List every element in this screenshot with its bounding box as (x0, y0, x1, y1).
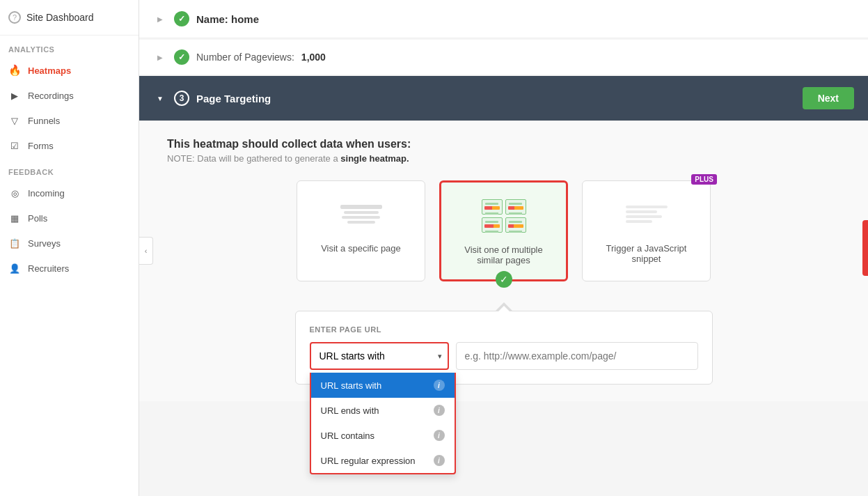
pageviews-toggle[interactable]: ▶ (153, 50, 167, 64)
card-multiple-pages[interactable]: Visit one of multiple similar pages ✓ (439, 180, 568, 281)
targeting-section: ▼ 3 Page Targeting Next This heatmap sho… (139, 76, 868, 401)
sidebar-item-label: Heatmaps (28, 65, 71, 76)
info-icon-ends[interactable]: i (434, 405, 445, 416)
sidebar-item-label: Funnels (28, 116, 60, 126)
url-section: ENTER PAGE URL URL starts with URL ends … (295, 311, 713, 385)
sidebar-item-label: Recruiters (28, 263, 69, 274)
pageviews-row: ▶ ✓ Number of Pageviews: 1,000 (139, 40, 868, 75)
video-icon: ▶ (8, 89, 21, 102)
targeting-title: Page Targeting (196, 93, 796, 104)
info-icon-regex[interactable]: i (434, 455, 445, 466)
pageviews-section: ▶ ✓ Number of Pageviews: 1,000 (139, 40, 868, 75)
surveys-icon: 📋 (8, 237, 21, 249)
fire-icon: 🔥 (8, 64, 21, 77)
url-type-select[interactable]: URL starts with URL ends with URL contai… (310, 342, 449, 370)
sidebar-collapse-button[interactable]: ‹ (139, 237, 153, 265)
card-selected-checkmark: ✓ (496, 271, 512, 288)
pageviews-label: Number of Pageviews: (196, 52, 294, 63)
sidebar-item-polls[interactable]: ▦ Polls (0, 206, 139, 231)
pageviews-badge: ✓ (174, 49, 189, 65)
feedback-section-label: FEEDBACK (0, 158, 139, 180)
sidebar-item-label: Polls (28, 213, 47, 224)
site-dashboard-link[interactable]: ? Site Dashboard (0, 0, 139, 36)
recruiters-icon: 👤 (8, 262, 21, 274)
url-input[interactable] (456, 342, 698, 370)
card-specific-label: Visit a specific page (321, 243, 401, 254)
targeting-content: This heatmap should collect data when us… (139, 121, 868, 401)
card-multiple-label: Visit one of multiple similar pages (452, 245, 555, 265)
multiple-pages-icon (482, 199, 526, 233)
pageviews-value: 1,000 (301, 52, 326, 63)
dropdown-item-label: URL regular expression (321, 456, 416, 466)
targeting-step-badge: 3 (174, 91, 189, 106)
sidebar-item-label: Surveys (28, 238, 61, 249)
url-section-wrapper: ENTER PAGE URL URL starts with URL ends … (295, 302, 713, 385)
note-strong: single heatmap. (340, 153, 409, 164)
dropdown-item-label: URL starts with (321, 380, 382, 391)
card-specific-page[interactable]: Visit a specific page (297, 180, 425, 281)
card-javascript[interactable]: PLUS Trigger a JavaScript snippet (582, 180, 711, 281)
dropdown-item-starts[interactable]: URL starts with i (311, 373, 455, 398)
next-button[interactable]: Next (803, 87, 854, 109)
form-icon: ☑ (8, 139, 21, 152)
plus-badge: PLUS (691, 174, 717, 185)
specific-page-icon-area (333, 195, 389, 233)
sidebar-item-incoming[interactable]: ◎ Incoming (0, 180, 139, 206)
dropdown-item-label: URL ends with (321, 405, 379, 416)
url-dropdown: URL starts with i URL ends with i URL co… (310, 373, 456, 474)
question-icon: ? (8, 11, 21, 24)
targeting-subtitle: This heatmap should collect data when us… (167, 138, 840, 150)
sidebar-item-label: Incoming (28, 188, 65, 199)
polls-icon: ▦ (8, 212, 21, 224)
dropdown-item-regex[interactable]: URL regular expression i (311, 448, 455, 473)
js-icon-area (619, 195, 674, 233)
sidebar-item-label: Forms (28, 141, 54, 151)
targeting-note: NOTE: Data will be gathered to generate … (167, 153, 840, 164)
info-icon-starts[interactable]: i (434, 380, 445, 391)
main-content: ▶ ✓ Name: home ▶ ✓ Number of Pageviews: … (139, 0, 868, 496)
targeting-toggle-icon[interactable]: ▼ (153, 91, 167, 105)
js-icon (626, 206, 668, 223)
chevron-left-icon: ‹ (145, 247, 148, 255)
analytics-section-label: ANALYTICS (0, 36, 139, 58)
info-icon-contains[interactable]: i (434, 430, 445, 441)
dropdown-item-contains[interactable]: URL contains i (311, 423, 455, 448)
funnel-icon: ▽ (8, 114, 21, 127)
note-prefix: NOTE: Data will be gathered to generate … (167, 153, 340, 164)
url-row: URL starts with URL ends with URL contai… (310, 342, 698, 370)
targeting-accordion-header[interactable]: ▼ 3 Page Targeting Next (139, 76, 868, 121)
dropdown-item-label: URL contains (321, 431, 375, 441)
sidebar-item-heatmaps[interactable]: 🔥 Heatmaps (0, 58, 139, 83)
sidebar-item-label: Recordings (28, 91, 74, 101)
url-section-label: ENTER PAGE URL (310, 325, 698, 334)
sidebar: ? Site Dashboard ANALYTICS 🔥 Heatmaps ▶ … (0, 0, 139, 496)
name-step-badge: ✓ (174, 11, 189, 26)
name-section: ▶ ✓ Name: home (139, 0, 868, 38)
sidebar-item-forms[interactable]: ☑ Forms (0, 133, 139, 158)
name-accordion-header[interactable]: ▶ ✓ Name: home (139, 0, 868, 38)
sidebar-item-funnels[interactable]: ▽ Funnels (0, 108, 139, 133)
sidebar-item-recruiters[interactable]: 👤 Recruiters (0, 256, 139, 281)
red-side-tab (862, 220, 868, 276)
site-dashboard-label: Site Dashboard (26, 12, 94, 23)
cards-row: Visit a specific page (167, 180, 840, 281)
card-js-label: Trigger a JavaScript snippet (594, 243, 699, 264)
specific-page-icon (340, 205, 382, 224)
dropdown-item-ends[interactable]: URL ends with i (311, 398, 455, 423)
sidebar-item-surveys[interactable]: 📋 Surveys (0, 231, 139, 256)
multiple-pages-icon-area (476, 196, 532, 235)
incoming-icon: ◎ (8, 187, 21, 199)
name-title: Name: home (196, 13, 854, 25)
url-select-wrapper: URL starts with URL ends with URL contai… (310, 342, 449, 370)
sidebar-item-recordings[interactable]: ▶ Recordings (0, 83, 139, 108)
name-toggle-icon[interactable]: ▶ (153, 12, 167, 26)
